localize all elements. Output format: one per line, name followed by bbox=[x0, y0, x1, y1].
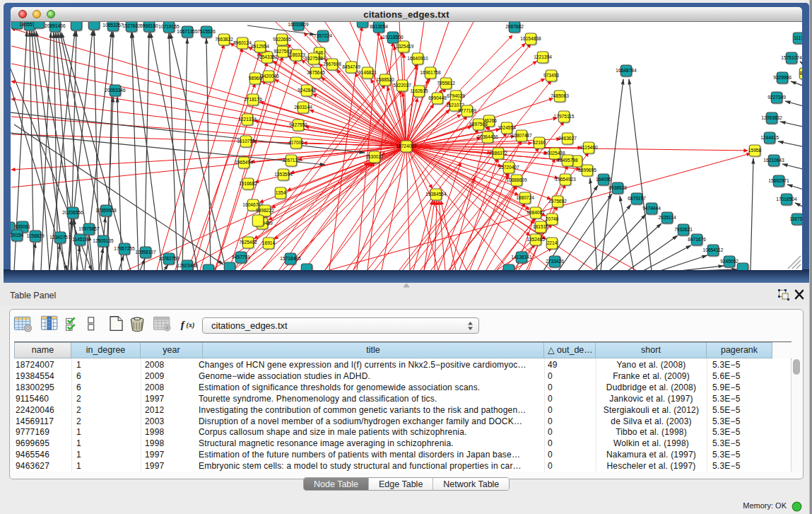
svg-text:2718176: 2718176 bbox=[244, 97, 262, 102]
svg-text:9463627: 9463627 bbox=[558, 136, 577, 141]
svg-text:6794028: 6794028 bbox=[447, 93, 465, 98]
svg-text:f: f bbox=[181, 318, 186, 330]
svg-text:973493: 973493 bbox=[543, 73, 559, 78]
svg-text:18495798: 18495798 bbox=[557, 158, 578, 163]
svg-text:12093832: 12093832 bbox=[761, 115, 782, 120]
svg-text:10688609: 10688609 bbox=[506, 177, 527, 182]
svg-text:3875645: 3875645 bbox=[307, 70, 325, 75]
svg-text:9115460: 9115460 bbox=[579, 145, 598, 150]
svg-text:12342757: 12342757 bbox=[49, 235, 71, 240]
svg-text:10719155: 10719155 bbox=[158, 24, 180, 29]
svg-text:15751074: 15751074 bbox=[781, 55, 802, 60]
svg-text:16671355: 16671355 bbox=[177, 29, 198, 34]
svg-text:8813054: 8813054 bbox=[370, 24, 388, 29]
svg-text:19384554: 19384554 bbox=[425, 192, 447, 197]
svg-text:2087682: 2087682 bbox=[505, 24, 524, 29]
svg-text:10807487: 10807487 bbox=[511, 133, 532, 138]
svg-text:7357224: 7357224 bbox=[314, 33, 332, 38]
svg-text:1527602: 1527602 bbox=[122, 23, 141, 28]
svg-text:16914: 16914 bbox=[262, 240, 276, 245]
svg-text:7886372: 7886372 bbox=[489, 151, 507, 156]
svg-text:9245052: 9245052 bbox=[720, 259, 739, 264]
svg-text:14136141: 14136141 bbox=[511, 255, 532, 259]
svg-text:8912954: 8912954 bbox=[251, 44, 269, 49]
svg-text:9777169: 9777169 bbox=[458, 108, 476, 113]
svg-text:5322037: 5322037 bbox=[393, 83, 411, 88]
svg-text:1965494: 1965494 bbox=[235, 160, 253, 165]
svg-text:1221334: 1221334 bbox=[238, 117, 257, 122]
svg-text:17957255: 17957255 bbox=[114, 246, 135, 251]
svg-text:6879197: 6879197 bbox=[628, 196, 646, 201]
svg-text:1352485: 1352485 bbox=[526, 237, 545, 242]
svg-text:12505135: 12505135 bbox=[93, 238, 114, 243]
svg-text:8320: 8320 bbox=[800, 71, 802, 76]
svg-text:(x): (x) bbox=[187, 321, 195, 329]
svg-text:9327508: 9327508 bbox=[305, 56, 323, 61]
svg-text:17016504: 17016504 bbox=[776, 197, 797, 201]
svg-text:16782759: 16782759 bbox=[158, 256, 180, 261]
svg-text:18724007: 18724007 bbox=[396, 144, 417, 148]
svg-text:16154838: 16154838 bbox=[520, 36, 541, 41]
svg-text:2603144: 2603144 bbox=[294, 105, 312, 110]
svg-text:11325419: 11325419 bbox=[394, 44, 414, 49]
svg-text:15716485: 15716485 bbox=[280, 256, 301, 261]
svg-text:17359928: 17359928 bbox=[95, 208, 117, 213]
svg-text:9084067: 9084067 bbox=[526, 210, 545, 215]
svg-text:15958: 15958 bbox=[748, 148, 762, 153]
svg-text:6897508: 6897508 bbox=[469, 122, 488, 127]
svg-text:12923448: 12923448 bbox=[177, 263, 198, 268]
svg-text:16648784: 16648784 bbox=[616, 68, 637, 73]
svg-text:1354: 1354 bbox=[276, 190, 286, 195]
svg-text:98960: 98960 bbox=[249, 76, 262, 81]
svg-text:1353594: 1353594 bbox=[274, 172, 293, 177]
svg-text:1156829: 1156829 bbox=[26, 233, 45, 238]
svg-text:1221394: 1221394 bbox=[534, 54, 552, 59]
svg-text:9146821: 9146821 bbox=[358, 70, 377, 75]
svg-text:20053346: 20053346 bbox=[105, 88, 126, 93]
svg-text:7485063: 7485063 bbox=[551, 93, 569, 98]
svg-text:8938928: 8938928 bbox=[608, 185, 627, 190]
svg-text:2733426: 2733426 bbox=[546, 259, 564, 264]
svg-text:62160: 62160 bbox=[533, 140, 546, 145]
svg-text:181515: 181515 bbox=[533, 224, 548, 229]
svg-text:7955812: 7955812 bbox=[437, 81, 455, 86]
svg-text:8699695: 8699695 bbox=[578, 168, 596, 173]
svg-text:1975692: 1975692 bbox=[548, 199, 567, 204]
svg-text:9329966: 9329966 bbox=[773, 75, 792, 80]
svg-text:9457791: 9457791 bbox=[232, 255, 250, 259]
svg-text:3267130: 3267130 bbox=[282, 158, 300, 163]
svg-text:7663822: 7663822 bbox=[215, 37, 233, 42]
svg-text:17975115: 17975115 bbox=[554, 114, 575, 119]
svg-text:1162615: 1162615 bbox=[410, 88, 428, 93]
svg-text:7515526: 7515526 bbox=[197, 29, 216, 34]
svg-text:39154: 39154 bbox=[11, 233, 23, 238]
svg-text:1244415: 1244415 bbox=[760, 135, 779, 140]
svg-text:2935114: 2935114 bbox=[658, 215, 676, 220]
svg-text:9322605: 9322605 bbox=[273, 37, 291, 42]
svg-text:19218506: 19218506 bbox=[382, 35, 404, 40]
svg-text:2967608: 2967608 bbox=[323, 62, 341, 66]
svg-text:164095: 164095 bbox=[596, 177, 611, 182]
svg-text:20206556: 20206556 bbox=[62, 210, 83, 215]
svg-text:8960124: 8960124 bbox=[233, 40, 252, 45]
svg-text:8454749: 8454749 bbox=[342, 64, 360, 69]
svg-text:9327503: 9327503 bbox=[273, 49, 292, 54]
svg-text:16033809: 16033809 bbox=[288, 22, 309, 27]
svg-text:1916682: 1916682 bbox=[239, 181, 257, 186]
svg-text:2214: 2214 bbox=[547, 240, 558, 245]
svg-text:7932621: 7932621 bbox=[674, 227, 693, 232]
svg-text:15720407: 15720407 bbox=[498, 165, 519, 170]
svg-text:114519: 114519 bbox=[72, 237, 88, 242]
svg-text:20746: 20746 bbox=[546, 216, 559, 221]
svg-text:7625402: 7625402 bbox=[239, 240, 257, 245]
svg-text:8471676: 8471676 bbox=[688, 237, 706, 242]
svg-text:10653267: 10653267 bbox=[102, 23, 124, 28]
svg-text:1117: 1117 bbox=[794, 35, 802, 40]
svg-text:19654923: 19654923 bbox=[555, 177, 576, 182]
svg-text:9474444: 9474444 bbox=[642, 206, 661, 211]
svg-text:1610755: 1610755 bbox=[237, 139, 255, 144]
svg-text:6966160: 6966160 bbox=[140, 23, 158, 28]
svg-text:15692971: 15692971 bbox=[768, 178, 789, 183]
svg-text:16210643: 16210643 bbox=[763, 158, 784, 163]
svg-text:10958107: 10958107 bbox=[135, 250, 156, 255]
